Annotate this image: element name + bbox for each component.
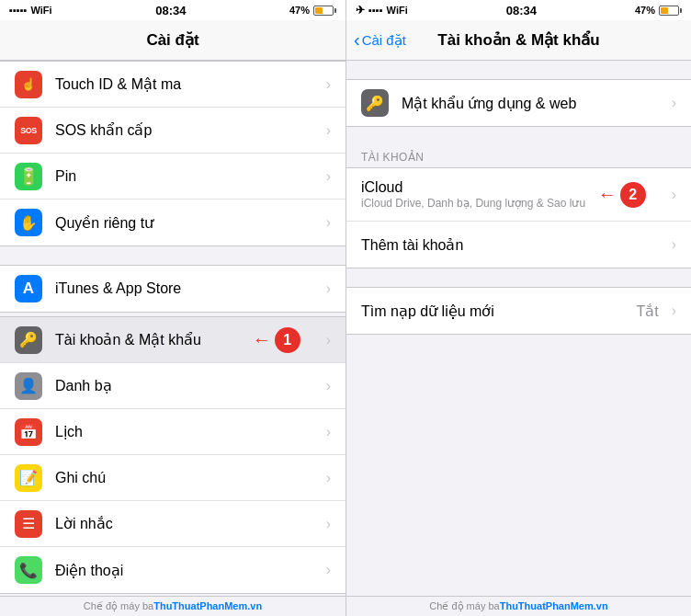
right-section-password: 🔑 Mật khẩu ứng dụng & web › [346,79,691,127]
battery-icon-right [659,6,682,16]
back-label: Cài đặt [362,32,406,49]
right-section-accounts: TÀI KHOẢN iCloud iCloud Drive, Danh bạ, … [346,145,691,268]
notes-chevron: › [326,470,331,486]
left-nav-bar: Cài đặt [0,20,346,61]
sos-chevron: › [326,122,331,139]
right-item-icloud[interactable]: iCloud iCloud Drive, Danh bạ, Dung lượng… [346,168,691,222]
icloud-sublabel: iCloud Drive, Danh bạ, Dung lượng & Sao … [361,197,598,210]
phone-label: Điện thoại [55,562,319,579]
add-account-label: Thêm tài khoản [361,236,664,254]
touch-id-label: Touch ID & Mật ma [55,75,319,93]
sidebar-item-notes[interactable]: 📝 Ghi chú › [0,455,346,501]
icloud-label: iCloud [361,179,598,196]
back-chevron-icon: ‹ [354,30,360,49]
left-status-bar: ▪▪▪▪▪ WiFi 08:34 47% [0,0,346,20]
reminders-icon: ☰ [15,510,42,538]
left-scroll: ☝ Touch ID & Mật ma › SOS SOS khẩn cấp › [0,61,346,596]
add-account-chevron: › [672,236,676,253]
privacy-chevron: › [326,214,331,231]
brand-left: ThuThuatPhanMem.vn [153,600,262,611]
phone-chevron: › [326,562,331,578]
contacts-chevron: › [326,378,331,394]
sos-label: SOS khẩn cấp [55,121,319,139]
left-section-accounts: 🔑 Tài khoản & Mật khẩu ← 1 › 👤 Danh [0,316,346,594]
reminders-label: Lời nhắc [55,515,319,532]
wifi-icon-right: WiFi [387,5,408,16]
right-scroll: 🔑 Mật khẩu ứng dụng & web › TÀI KHOẢN iC… [346,61,691,596]
battery-icon-left [313,6,336,16]
right-section-body-accounts: iCloud iCloud Drive, Danh bạ, Dung lượng… [346,167,691,268]
accounts-chevron: › [326,332,331,348]
accounts-icon: 🔑 [15,326,42,354]
step2-arrow: ← [598,184,617,205]
sidebar-item-calendar[interactable]: 📅 Lịch › [0,409,346,455]
accounts-section-header: TÀI KHOẢN [346,145,691,167]
sidebar-item-sos[interactable]: SOS SOS khẩn cấp › [0,108,346,154]
touch-id-chevron: › [326,76,331,93]
left-section-body-itunes: A iTunes & App Store › [0,265,346,313]
step1-badge: 1 [275,327,300,353]
contacts-label: Danh bạ [55,377,319,394]
sos-icon: SOS [15,117,42,144]
battery-pct-left: 47% [289,5,310,16]
fetch-value: Tắt [636,302,658,320]
pin-chevron: › [326,168,331,185]
pin-icon: 🔋 [15,163,42,190]
sidebar-item-itunes[interactable]: A iTunes & App Store › [0,266,346,312]
sidebar-item-privacy[interactable]: ✋ Quyền riêng tư › [0,200,346,245]
signal-icon-right: ▪▪▪▪ [368,5,383,16]
right-panel: ✈ ▪▪▪▪ WiFi 08:34 47% ‹ Cài đặt Tài khoả… [346,0,691,616]
signal-icon: ▪▪▪▪▪ [9,5,28,16]
right-item-fetch[interactable]: Tìm nạp dữ liệu mới Tắt › [346,288,691,334]
sidebar-item-pin[interactable]: 🔋 Pin › [0,154,346,200]
left-panel: ▪▪▪▪▪ WiFi 08:34 47% Cài đặt ☝ Touch ID … [0,0,346,616]
right-section-fetch: Tìm nạp dữ liệu mới Tắt › [346,287,691,335]
left-section-body-top: ☝ Touch ID & Mật ma › SOS SOS khẩn cấp › [0,61,346,246]
wifi-icon: WiFi [31,5,52,16]
icloud-chevron: › [672,187,676,203]
app-passwords-label: Mật khẩu ứng dụng & web [402,95,664,112]
app-passwords-icon: 🔑 [361,89,389,117]
contacts-icon: 👤 [15,372,42,400]
right-section-body-password: 🔑 Mật khẩu ứng dụng & web › [346,79,691,127]
right-nav-title: Tài khoản & Mật khẩu [437,30,599,50]
left-status-right: 47% [289,5,336,16]
touch-id-icon: ☝ [15,71,42,98]
brand-right: ThuThuatPhanMem.vn [500,600,608,611]
itunes-chevron: › [326,280,331,297]
sidebar-item-accounts[interactable]: 🔑 Tài khoản & Mật khẩu ← 1 › [0,317,346,363]
step2-badge: 2 [620,182,646,208]
calendar-chevron: › [326,424,331,440]
left-section-body-accounts: 🔑 Tài khoản & Mật khẩu ← 1 › 👤 Danh [0,316,346,594]
accounts-label: Tài khoản & Mật khẩu [55,331,253,348]
sidebar-item-reminders[interactable]: ☰ Lời nhắc › [0,501,346,547]
right-item-app-passwords[interactable]: 🔑 Mật khẩu ứng dụng & web › [346,80,691,126]
calendar-label: Lịch [55,423,319,440]
left-status-left: ▪▪▪▪▪ WiFi [9,5,52,16]
right-status-bar: ✈ ▪▪▪▪ WiFi 08:34 47% [346,0,691,20]
fetch-chevron: › [672,302,676,319]
sidebar-item-phone[interactable]: 📞 Điện thoại › [0,547,346,593]
itunes-label: iTunes & App Store [55,280,319,297]
left-section-top: ☝ Touch ID & Mật ma › SOS SOS khẩn cấp › [0,61,346,246]
sidebar-item-touch-id[interactable]: ☝ Touch ID & Mật ma › [0,62,346,108]
right-nav-bar: ‹ Cài đặt Tài khoản & Mật khẩu [346,20,691,61]
app-passwords-chevron: › [672,95,676,111]
left-section-itunes: A iTunes & App Store › [0,265,346,313]
airplane-icon: ✈ [356,4,365,17]
left-nav-title: Cài đặt [146,30,198,50]
right-time: 08:34 [506,4,537,17]
step1-arrow: ← [253,329,271,350]
right-item-add-account[interactable]: Thêm tài khoản › [346,222,691,268]
battery-pct-right: 47% [635,5,655,16]
left-watermark: Chế độ máy baThuThuatPhanMem.vn [0,596,346,616]
right-status-right: 47% [635,5,682,16]
privacy-icon: ✋ [15,209,42,236]
privacy-label: Quyền riêng tư [55,214,319,232]
right-watermark: Chế độ máy baThuThuatPhanMem.vn [346,596,691,616]
pin-label: Pin [55,168,319,185]
sidebar-item-contacts[interactable]: 👤 Danh bạ › [0,363,346,409]
back-button[interactable]: ‹ Cài đặt [354,31,406,49]
fetch-label: Tìm nạp dữ liệu mới [361,302,636,320]
calendar-icon: 📅 [15,418,42,446]
